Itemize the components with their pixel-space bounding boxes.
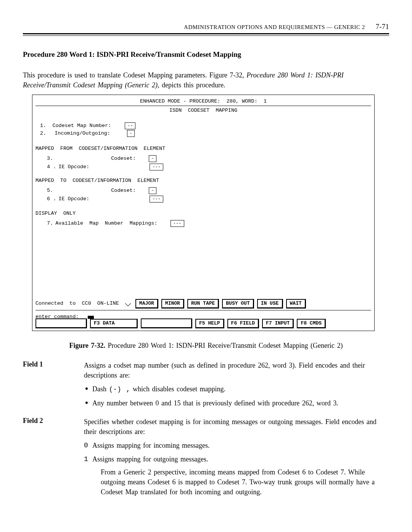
field-value-box[interactable]: -- [125,122,135,129]
terminal-hrule-2 [35,310,371,310]
list-item: 0 Assigns mapping for incoming messages. [84,440,389,450]
running-header-text: ADMINISTRATION OPTIONS AND REQUIREMENTS … [184,24,365,30]
field-label: IE Opcode: [58,196,89,202]
list-item: Dash (-) , which disables codeset mappin… [84,384,389,394]
field-value-box[interactable]: --- [150,164,163,170]
intro-paragraph: This procedure is used to translate Code… [23,70,389,90]
field-number: 4 . [47,164,56,170]
field-available-mappings: 7. Available Map Number Mappings: --- [47,220,184,227]
f8-cmds-button[interactable]: F8 CMDS [297,319,326,328]
field-codeset-map-number: 1. Codeset Map Number: -- [40,122,135,129]
status-wait-button[interactable]: WAIT [286,299,306,309]
field-2-paragraph: Specifies whether codeset mapping is for… [84,418,377,436]
field-number: 7. [47,221,53,227]
running-header: ADMINISTRATION OPTIONS AND REQUIREMENTS … [23,23,389,31]
field-value-box: --- [171,220,184,227]
terminal-screen: ENHANCED MODE - PROCEDURE: 280, WORD: 1 … [32,95,375,331]
f6-field-button[interactable]: F6 FIELD [227,319,259,328]
f5-help-button[interactable]: F5 HELP [195,319,224,328]
status-major-button[interactable]: MAJOR [135,299,158,309]
intro-prefix: This procedure is used to translate Code… [23,71,246,79]
field-2-label: Field 2 [23,417,84,501]
field-label: Available Map Number Mappings: [55,221,157,227]
status-minor-button[interactable]: MINOR [161,299,184,309]
field-number: 6 . [47,196,56,202]
dash-code: (-) , [109,386,130,393]
field-value-box[interactable]: - [149,155,156,162]
terminal-title-line: ENHANCED MODE - PROCEDURE: 280, WORD: 1 [34,99,373,104]
connection-status-text: Connected to CC0 ON-LINE [35,301,122,307]
field-1-paragraph: Assigns a codset map number (such as def… [84,362,365,379]
terminal-subtitle: ISDN CODESET MAPPING [34,108,373,114]
figure-caption-number: Figure 7-32. [69,342,105,349]
group-mapped-to-title: MAPPED TO CODESET/INFORMATION ELEMENT [35,178,159,184]
encode-number-1: 1 [84,454,88,464]
status-busy-out-button[interactable]: BUSY OUT [222,299,254,309]
field-value-box[interactable]: --- [150,196,163,203]
list-item: 1 Assigns mapping for outgoing messages.… [84,454,389,497]
group-mapped-from-title: MAPPED FROM CODESET/INFORMATION ELEMENT [35,146,165,152]
status-run-tape-button[interactable]: RUN TAPE [187,299,219,309]
section-title: Procedure 280 Word 1: ISDN-PRI Receive/T… [23,50,389,59]
list-item: Any number between 0 and 15 that is prev… [84,398,389,408]
field-label: IE Opcode: [58,164,89,170]
field-from-ie-opcode: 4 . IE Opcode: --- [47,164,163,170]
intro-suffix: depicts this procedure. [162,81,225,89]
field-number: 5. [47,188,53,194]
status-row: Connected to CC0 ON-LINE MAJOR MINOR RUN… [35,299,371,309]
field-from-codeset: 3. Codeset: - [47,155,156,162]
encode-text-1: Assigns mapping for outgoing messages. [92,455,208,463]
bullet-text: Any number between 0 and 15 that is prev… [92,399,338,407]
field-to-codeset: 5. Codeset: - [47,187,156,194]
field-label: Codeset: [111,188,136,194]
field-number: 3. [47,156,53,162]
figure-caption: Figure 7-32. Procedure 280 Word 1: ISDN-… [23,342,389,350]
field-label: Incoming/Outgoing: [55,131,110,137]
header-rule [23,33,389,36]
status-in-use-button[interactable]: IN USE [257,299,283,309]
bullet-text-pre: Dash [92,385,109,393]
field-label: 1. Codeset Map Number: [40,123,111,129]
field-2-note: From a Generic 2 perspective, incoming m… [101,467,389,497]
field-label: Codeset: [111,156,136,162]
field-value-box[interactable]: - [127,130,135,137]
terminal-hrule-1 [35,106,371,106]
f3-data-button[interactable]: F3 DATA [90,319,138,328]
field-incoming-outgoing: 2. Incoming/Outgoing: - [40,130,135,137]
encode-text-0: Assigns mapping for incoming messages. [92,442,209,449]
field-2-block: Field 2 Specifies whether codeset mappin… [23,417,389,501]
function-keys-row: F3 DATA F5 HELP F6 FIELD F7 INPUT F8 CMD… [35,318,326,328]
f7-input-button[interactable]: F7 INPUT [262,319,294,328]
field-1-label: Field 1 [23,360,84,412]
field-number: 2. [40,131,46,137]
group-display-only-title: DISPLAY ONLY [35,211,76,217]
field-1-block: Field 1 Assigns a codset map number (suc… [23,360,389,412]
command-input-2[interactable] [141,318,192,328]
command-input-1[interactable] [35,318,87,328]
encode-number-0: 0 [84,440,88,450]
figure-caption-text: Procedure 280 Word 1: ISDN-PRI Receive/T… [108,342,343,349]
bullet-text-post: which disables codeset mapping. [130,385,225,393]
field-to-ie-opcode: 6 . IE Opcode: --- [47,196,163,203]
page-number: 7-71 [376,23,389,31]
dropdown-arrow-icon[interactable] [125,301,131,307]
field-value-box[interactable]: - [149,187,156,194]
